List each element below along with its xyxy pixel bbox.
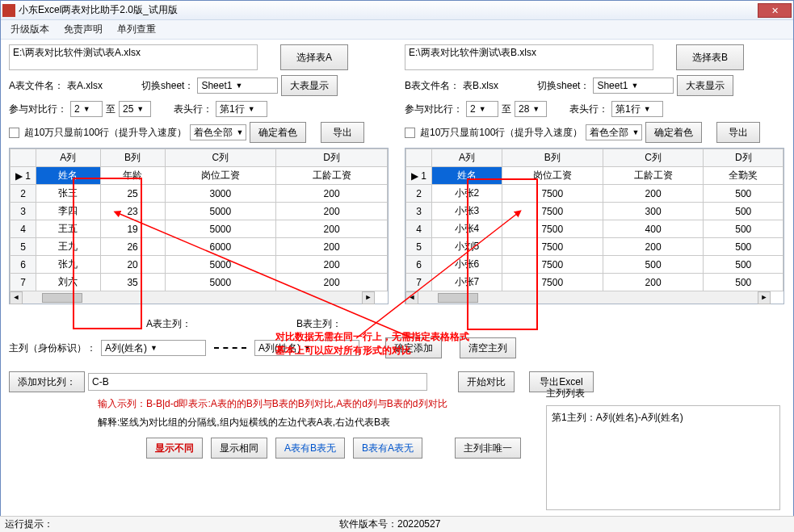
table-cell[interactable]: 姓名 [36, 167, 101, 185]
table-cell[interactable]: 7500 [502, 274, 603, 291]
color-a-select[interactable]: 着色全部▼ [190, 124, 246, 140]
rowfrom-b[interactable]: 2▼ [466, 101, 498, 117]
add-compare-button[interactable]: 添加对比列： [9, 371, 85, 392]
table-cell[interactable]: 岗位工资 [165, 167, 276, 185]
col-header[interactable]: A列 [432, 149, 502, 167]
select-a-button[interactable]: 选择表A [280, 44, 348, 70]
table-cell[interactable]: 5000 [165, 256, 276, 274]
table-cell[interactable]: 7500 [502, 238, 603, 256]
table-cell[interactable]: 7500 [502, 256, 603, 274]
table-cell[interactable]: 500 [704, 185, 783, 203]
a-main-select[interactable]: A列(姓名)▼ [101, 340, 206, 356]
table-cell[interactable]: 工龄工资 [276, 167, 388, 185]
table-cell[interactable]: 500 [704, 238, 783, 256]
scroll-b[interactable]: ◄► [405, 291, 771, 304]
table-cell[interactable]: 岗位工资 [502, 167, 603, 185]
export-a[interactable]: 导出 [321, 122, 364, 143]
row-header[interactable]: ▶ 1 [406, 167, 432, 185]
table-cell[interactable]: 6000 [165, 238, 276, 256]
col-header[interactable]: D列 [276, 149, 388, 167]
export-b[interactable]: 导出 [716, 122, 760, 143]
table-cell[interactable]: 200 [603, 185, 704, 203]
row-header[interactable]: 5 [406, 238, 432, 256]
table-cell[interactable]: 小张2 [432, 185, 502, 203]
select-b-button[interactable]: 选择表B [676, 44, 744, 70]
table-cell[interactable]: 3000 [165, 185, 276, 203]
path-b[interactable]: E:\两表对比软件测试\表B.xlsx [405, 44, 653, 70]
table-cell[interactable]: 200 [603, 238, 704, 256]
rowfrom-a[interactable]: 2▼ [70, 101, 103, 117]
b-has-a-no-button[interactable]: B表有A表无 [353, 438, 422, 459]
add-confirm-button[interactable]: 确定添加 [385, 337, 442, 358]
confirmcolor-b[interactable]: 确定着色 [645, 122, 702, 143]
color-b-select[interactable]: 着色全部▼ [586, 124, 642, 140]
table-cell[interactable]: 李四 [36, 203, 101, 220]
table-cell[interactable]: 400 [603, 220, 704, 238]
sheet-a-select[interactable]: Sheet1▼ [197, 77, 278, 94]
sheet-b-select[interactable]: Sheet1▼ [593, 77, 674, 94]
table-cell[interactable]: 5000 [165, 220, 276, 238]
confirmcolor-a[interactable]: 确定着色 [250, 122, 306, 143]
row-header[interactable]: 4 [406, 220, 432, 238]
table-cell[interactable]: 500 [603, 256, 704, 274]
table-cell[interactable]: 200 [276, 238, 388, 256]
table-cell[interactable]: 工龄工资 [603, 167, 704, 185]
table-cell[interactable]: 25 [100, 185, 165, 203]
table-cell[interactable]: 300 [603, 203, 704, 220]
table-cell[interactable]: 200 [276, 220, 388, 238]
col-header[interactable]: B列 [502, 149, 603, 167]
rowto-b[interactable]: 28▼ [515, 101, 547, 117]
table-cell[interactable]: 王五 [36, 220, 101, 238]
table-cell[interactable]: 200 [603, 274, 704, 291]
show-same-button[interactable]: 显示相同 [211, 438, 267, 459]
row-header[interactable]: ▶ 1 [11, 167, 36, 185]
row-header[interactable]: 2 [11, 185, 36, 203]
headerrow-a[interactable]: 第1行▼ [216, 101, 267, 117]
table-cell[interactable]: 5000 [165, 203, 276, 220]
table-cell[interactable]: 小张6 [432, 256, 502, 274]
col-header[interactable]: C列 [603, 149, 704, 167]
table-cell[interactable]: 小张3 [432, 203, 502, 220]
table-cell[interactable]: 王九 [36, 238, 101, 256]
table-cell[interactable]: 500 [704, 220, 783, 238]
table-cell[interactable]: 7500 [502, 203, 603, 220]
col-header[interactable]: A列 [36, 149, 101, 167]
col-header[interactable] [11, 149, 36, 167]
row-header[interactable]: 3 [406, 203, 432, 220]
scroll-a[interactable]: ◄► [10, 291, 375, 304]
col-header[interactable]: D列 [704, 149, 783, 167]
table-cell[interactable]: 20 [100, 256, 165, 274]
row-header[interactable]: 7 [406, 274, 432, 291]
clear-main-button[interactable]: 清空主列 [460, 337, 516, 358]
a-has-b-no-button[interactable]: A表有B表无 [275, 438, 345, 459]
headerrow-b[interactable]: 第1行▼ [611, 101, 663, 117]
row-header[interactable]: 5 [11, 238, 36, 256]
start-compare-button[interactable]: 开始对比 [458, 371, 515, 392]
table-cell[interactable]: 500 [704, 274, 783, 291]
table-cell[interactable]: 张九 [36, 256, 101, 274]
path-a[interactable]: E:\两表对比软件测试\表A.xlsx [9, 44, 258, 70]
row-header[interactable]: 2 [406, 185, 432, 203]
table-cell[interactable]: 小张4 [432, 220, 502, 238]
b-main-select[interactable]: A列(姓名)▼ [254, 340, 359, 356]
not-unique-button[interactable]: 主列非唯一 [455, 438, 521, 459]
rowto-a[interactable]: 25▼ [119, 101, 151, 117]
row-header[interactable]: 7 [11, 274, 36, 291]
row-header[interactable]: 4 [11, 220, 36, 238]
table-b[interactable]: A列B列C列D列▶ 1姓名岗位工资工龄工资全勤奖2小张275002005003小… [405, 148, 784, 304]
main-list-box[interactable]: 第1主列：A列(姓名)-A列(姓名) [546, 405, 780, 510]
table-cell[interactable]: 年龄 [100, 167, 165, 185]
limit-b-check[interactable] [405, 128, 415, 138]
row-header[interactable]: 6 [11, 256, 36, 274]
menu-upgrade[interactable]: 升级版本 [11, 23, 49, 36]
table-cell[interactable]: 19 [100, 220, 165, 238]
table-cell[interactable]: 200 [276, 274, 388, 291]
row-header[interactable]: 6 [406, 256, 432, 274]
table-cell[interactable]: 小张7 [432, 274, 502, 291]
table-cell[interactable]: 500 [704, 256, 783, 274]
table-cell[interactable]: 200 [276, 203, 388, 220]
table-cell[interactable]: 小刘5 [432, 238, 502, 256]
table-cell[interactable]: 35 [100, 274, 165, 291]
table-cell[interactable]: 全勤奖 [704, 167, 783, 185]
col-header[interactable]: B列 [100, 149, 165, 167]
